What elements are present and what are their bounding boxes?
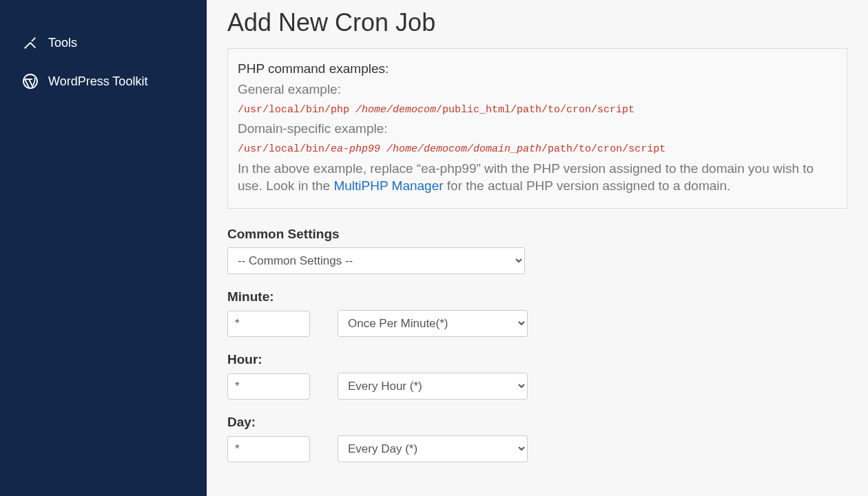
sidebar-item-tools[interactable]: Tools <box>0 23 207 62</box>
examples-heading: PHP command examples: <box>238 61 837 76</box>
minute-select[interactable]: Once Per Minute(*) <box>338 310 528 337</box>
hour-select[interactable]: Every Hour (*) <box>338 373 528 400</box>
sidebar: Tools WordPress Toolkit <box>0 0 207 496</box>
sidebar-item-label: Tools <box>48 36 77 50</box>
minute-input[interactable] <box>227 311 310 337</box>
common-settings-label: Common Settings <box>227 227 847 242</box>
php-examples-box: PHP command examples: General example: /… <box>227 48 847 209</box>
multiphp-manager-link[interactable]: MultiPHP Manager <box>333 178 443 193</box>
hour-label: Hour: <box>227 352 847 367</box>
wordpress-icon <box>22 73 39 90</box>
tools-icon <box>22 34 39 51</box>
sidebar-item-wordpress-toolkit[interactable]: WordPress Toolkit <box>0 62 207 101</box>
page-title: Add New Cron Job <box>227 8 847 37</box>
day-select[interactable]: Every Day (*) <box>338 435 528 462</box>
day-label: Day: <box>227 415 847 430</box>
sidebar-item-label: WordPress Toolkit <box>48 74 147 89</box>
minute-label: Minute: <box>227 289 847 304</box>
hour-input[interactable] <box>227 373 310 400</box>
domain-example-label: Domain-specific example: <box>238 121 837 136</box>
general-example-code: /usr/local/bin/php /home/democom/public_… <box>238 104 837 116</box>
svg-point-0 <box>25 48 25 48</box>
domain-example-code: /usr/local/bin/ea-php99 /home/democom/do… <box>238 143 837 155</box>
examples-note: In the above example, replace “ea-php99”… <box>238 161 837 194</box>
main-content: Add New Cron Job PHP command examples: G… <box>207 0 868 496</box>
common-settings-select[interactable]: -- Common Settings -- <box>227 247 525 274</box>
general-example-label: General example: <box>238 82 837 97</box>
day-input[interactable] <box>227 436 310 462</box>
